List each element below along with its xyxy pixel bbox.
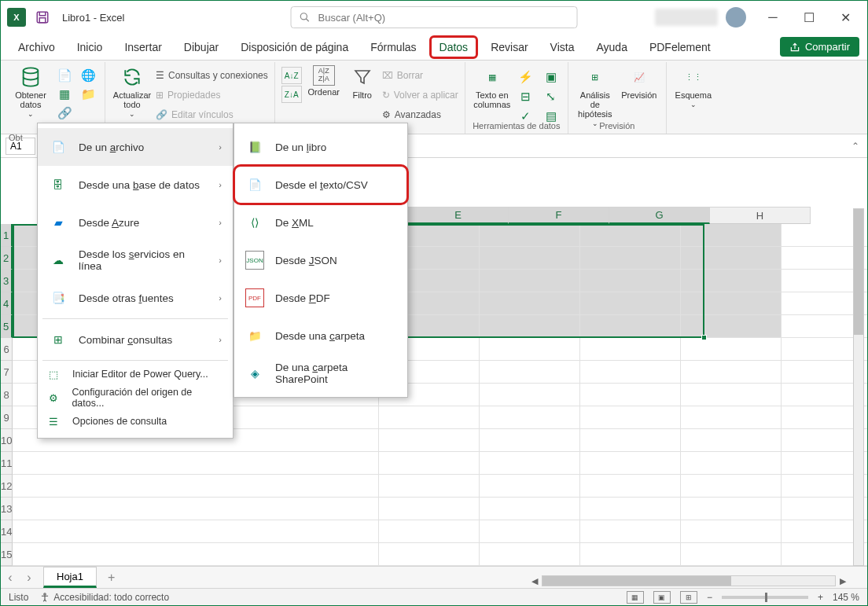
zoom-slider[interactable] [722,596,808,599]
col-E[interactable]: E [408,207,509,224]
menu-from-azure[interactable]: ▰ Desde Azure › [38,204,233,241]
row-3[interactable]: 3 [1,270,13,292]
row-4[interactable]: 4 [1,292,13,315]
tab-vista[interactable]: Vista [541,36,584,58]
menu-from-online[interactable]: ☁ Desde los servicios en línea › [38,241,233,279]
minimize-button[interactable]: ─ [756,6,790,29]
remove-dup-icon[interactable]: ⊟ [516,88,536,105]
from-table-icon[interactable]: ▦ [54,86,75,103]
filter-button[interactable]: Filtro [346,64,379,101]
get-data-button[interactable]: Obtener datos⌄ [10,64,51,120]
col-H[interactable]: H [710,207,811,224]
tab-pdfelement[interactable]: PDFelement [640,36,720,58]
whatif-button[interactable]: ⊞ Análisis de hipótesis⌄ [575,64,616,130]
submenu-from-xml[interactable]: ⟨⟩ De XML [234,204,407,241]
zoom-in[interactable]: + [818,592,823,603]
col-F[interactable]: F [509,207,609,224]
row-13[interactable]: 13 [1,498,13,520]
submenu-from-folder[interactable]: 📁 Desde una carpeta [234,317,407,354]
sheet-nav-prev[interactable]: ‹ [1,571,20,585]
forecast-button[interactable]: 📈 Previsión [619,64,660,101]
tab-formulas[interactable]: Fórmulas [361,36,425,58]
sort-asc-icon[interactable]: A↓Z [281,67,302,84]
sheet-tab-hoja1[interactable]: Hoja1 [43,567,97,588]
user-name-blur [655,9,718,26]
forecast-icon: 📈 [627,65,651,89]
sort-button[interactable]: A|ZZ|A Ordenar [305,64,343,98]
vertical-scrollbar[interactable] [851,208,866,566]
view-break[interactable]: ⊞ [680,591,697,604]
tab-archivo[interactable]: Archivo [9,36,64,58]
tab-insertar[interactable]: Insertar [115,36,171,58]
view-layout[interactable]: ▣ [653,591,671,604]
search-input[interactable]: Buscar (Alt+Q) [291,6,578,28]
submenu-from-json[interactable]: JSON Desde JSON [234,241,407,279]
close-button[interactable]: ✕ [828,6,862,29]
from-file-submenu: 📗 De un libro 📄 Desde el texto/CSV ⟨⟩ De… [234,123,408,398]
outline-icon: ⋮⋮ [682,65,705,89]
row-5[interactable]: 5 [1,315,13,338]
menu-combine[interactable]: ⊞ Combinar consultas › [38,321,233,358]
advanced-filter[interactable]: ⚙Avanzadas [382,106,458,123]
row-9[interactable]: 9 [1,406,13,429]
submenu-from-csv[interactable]: 📄 Desde el texto/CSV [234,166,407,204]
sort-desc-icon[interactable]: Z↓A [281,86,302,103]
tab-datos[interactable]: Datos [429,35,479,59]
maximize-button[interactable]: ☐ [792,6,826,29]
row-1[interactable]: 1 [1,224,13,247]
menu-query-options[interactable]: ☰Opciones de consulta [38,410,233,433]
from-web-icon[interactable]: 🌐 [78,67,98,84]
row-15[interactable]: 15 [1,543,13,566]
menu-from-other[interactable]: 📑 Desde otras fuentes › [38,279,233,317]
add-sheet-button[interactable]: + [108,571,115,585]
menu-from-database[interactable]: 🗄 Desde una base de datos › [38,166,233,204]
collapse-ribbon-icon[interactable]: ⌃ [851,141,859,152]
window-title: Libro1 - Excel [62,12,124,24]
existing-conn-icon[interactable]: 🔗 [54,105,75,122]
text-to-columns[interactable]: ▦ Texto en columnas [472,64,513,111]
refresh-all-button[interactable]: Actualizar todo⌄ [112,64,153,120]
menu-pq-editor[interactable]: ⬚Iniciar Editor de Power Query... [38,362,233,386]
from-text-icon[interactable]: 📄 [54,67,75,84]
tab-ayuda[interactable]: Ayuda [587,36,636,58]
menu-source-settings[interactable]: ⚙Configuración del origen de datos... [38,386,233,410]
svg-point-3 [24,68,39,73]
queries-connections[interactable]: ☰Consultas y conexiones [156,67,268,84]
zoom-out[interactable]: − [707,592,712,603]
view-normal[interactable]: ▦ [627,591,644,604]
row-10[interactable]: 10 [1,429,13,452]
row-12[interactable]: 12 [1,475,13,498]
menu-from-file[interactable]: 📄 De un archivo › [38,128,233,166]
recent-sources-icon[interactable]: 📁 [78,86,98,103]
group-label-tools: Herramientas de datos [473,121,560,132]
user-avatar[interactable] [726,7,746,28]
tab-revisar[interactable]: Revisar [481,36,537,58]
sheet-nav-next[interactable]: › [20,571,39,585]
clear-filter: ⌧Borrar [382,67,458,84]
tab-inicio[interactable]: Inicio [68,36,112,58]
submenu-from-workbook[interactable]: 📗 De un libro [234,128,407,166]
submenu-from-sharepoint[interactable]: ◈ De una carpeta SharePoint [234,354,407,392]
save-icon[interactable] [34,9,51,26]
horizontal-scrollbar[interactable]: ◀▶ [528,574,850,588]
share-button[interactable]: Compartir [780,37,859,57]
col-G[interactable]: G [609,207,710,224]
relations-icon[interactable]: ⤡ [541,88,561,105]
submenu-from-pdf[interactable]: PDF Desde PDF [234,279,407,317]
consolidate-icon[interactable]: ▣ [541,68,561,86]
excel-app-icon: X [7,8,26,27]
selection-handle[interactable] [701,335,707,340]
tab-dibujar[interactable]: Dibujar [175,36,228,58]
row-8[interactable]: 8 [1,384,13,406]
row-6[interactable]: 6 [1,338,13,361]
tab-disposicion[interactable]: Disposición de página [231,36,358,58]
status-accessibility[interactable]: Accesibilidad: todo correcto [39,592,169,603]
flash-fill-icon[interactable]: ⚡ [516,68,536,86]
outline-button[interactable]: ⋮⋮ Esquema⌄ [673,64,714,111]
xml-icon: ⟨⟩ [245,213,264,232]
row-14[interactable]: 14 [1,520,13,543]
row-2[interactable]: 2 [1,247,13,270]
row-11[interactable]: 11 [1,452,13,475]
row-7[interactable]: 7 [1,361,13,384]
zoom-level[interactable]: 145 % [833,592,859,603]
